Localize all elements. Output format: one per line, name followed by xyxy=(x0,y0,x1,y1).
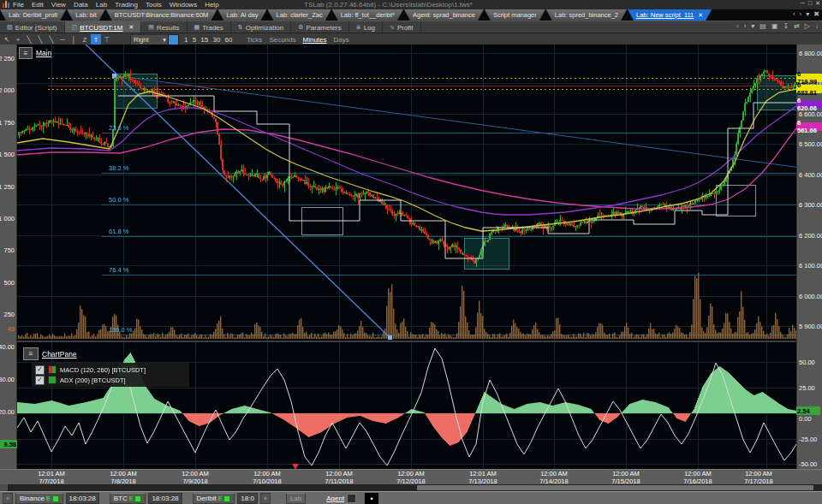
axis-label: 40.00 xyxy=(0,343,15,351)
scroll-right-icon[interactable]: › xyxy=(800,10,802,18)
tab-editor-script-[interactable]: ▧Editor (Script) xyxy=(0,21,65,33)
axis-label: 5 900.00 xyxy=(799,323,822,330)
close-button[interactable]: ✕ xyxy=(815,0,820,7)
status-next-icon[interactable]: › xyxy=(260,493,271,504)
connection-btc[interactable]: BTCE xyxy=(110,493,146,504)
zigzag-tool-icon[interactable]: Z xyxy=(80,34,90,44)
script-action-icons: ‹›▾▤▣↧⇄▷↓ xyxy=(736,22,819,30)
save-icon[interactable]: ▣ xyxy=(771,22,778,30)
scroll-left-icon[interactable]: ‹ xyxy=(793,10,795,18)
tab-icon: ◫ xyxy=(72,24,78,31)
menu-item-trading[interactable]: Trading xyxy=(115,1,138,9)
document-tab[interactable]: Lab: bit xyxy=(67,9,105,21)
indicator-chart[interactable] xyxy=(16,342,796,469)
chevron-down-icon[interactable]: ▾ xyxy=(806,10,809,18)
menu-item-tools[interactable]: Tools xyxy=(146,1,162,9)
document-tab-label: Lab: clarter_Zac xyxy=(277,11,323,19)
tab-btcusdt-1m[interactable]: ◫BTCUSDT:1M✕ xyxy=(65,21,142,33)
menu-item-edit[interactable]: Edit xyxy=(32,1,44,9)
menu-item-file[interactable]: File xyxy=(13,1,24,9)
menu-item-view[interactable]: View xyxy=(51,1,66,9)
polyline-tool-icon[interactable]: ╲ xyxy=(46,34,57,44)
indicator-pane-header[interactable]: ≡ ChartPane xyxy=(23,347,77,360)
document-tab[interactable]: Lab: New script_111✕ xyxy=(628,9,712,21)
run-icon[interactable]: ▷ xyxy=(805,22,810,30)
tab-profit[interactable]: ∿Profit xyxy=(383,21,421,33)
tab-trades[interactable]: ▦Trades xyxy=(188,21,231,33)
pane-menu-icon[interactable]: ≡ xyxy=(19,47,33,59)
fib-level-label: 100.0 % xyxy=(109,326,133,334)
axis-label: 50.00 xyxy=(799,359,815,366)
left-price-axis[interactable]: 2 2502 0001 7501 5001 2501 0007505002504… xyxy=(0,44,17,469)
minimize-button[interactable]: ─ xyxy=(801,0,805,7)
lab-indicator[interactable]: Lab xyxy=(286,493,306,504)
pan-tool-icon[interactable]: + xyxy=(13,34,23,44)
tab-results[interactable]: ▤Results xyxy=(141,21,187,33)
trendline-tool-icon[interactable]: ╲ xyxy=(24,34,34,44)
checkbox-checked[interactable]: ✓ xyxy=(35,376,45,385)
main-price-chart[interactable] xyxy=(16,44,796,341)
ray-tool-icon[interactable]: ╲ xyxy=(35,34,45,44)
scrollbar-thumb[interactable] xyxy=(417,485,813,490)
connection-binance[interactable]: BinanceE xyxy=(15,493,63,504)
menu-item-lab[interactable]: Lab xyxy=(96,1,107,9)
time-axis[interactable]: 12:01 AM7/7/201812:00 AM7/8/201812:00 AM… xyxy=(0,469,822,485)
cursor-tool-icon[interactable]: ↖ xyxy=(2,34,12,44)
document-tab[interactable]: Lab: clarter_Zac xyxy=(268,9,331,21)
pointer-text-tool-icon[interactable]: ⊤ xyxy=(102,34,112,44)
panel-separator[interactable] xyxy=(0,341,822,342)
open-icon[interactable]: ▤ xyxy=(759,22,766,30)
period-minutes[interactable]: Minutes xyxy=(303,36,327,44)
scroll-left-icon[interactable]: ‹ xyxy=(736,22,739,30)
legend-row[interactable]: ✓ADX (200) [BTCUSDT] xyxy=(35,375,189,385)
pin-icon[interactable]: ✖ xyxy=(813,10,819,18)
period-seconds[interactable]: Seconds xyxy=(269,36,295,44)
legend-row[interactable]: ✓MACD (120, 260) [BTCUSDT] xyxy=(35,365,189,375)
document-tab[interactable]: Lab: Deribit_profi xyxy=(0,9,66,21)
close-tab-icon[interactable]: ✕ xyxy=(128,24,134,31)
download-icon[interactable]: ↓ xyxy=(815,22,819,30)
status-prev-icon[interactable]: ‹ xyxy=(3,493,13,504)
document-tab[interactable]: Agent: sprad_binance xyxy=(404,9,484,21)
scroll-left-button[interactable] xyxy=(0,484,8,491)
scroll-right-icon[interactable]: › xyxy=(744,22,747,30)
document-tab[interactable]: BTCUSDT:Binance:Binance:60M xyxy=(106,9,217,21)
sync-icon[interactable]: ⇄ xyxy=(794,22,800,30)
tab-log[interactable]: ≣Log xyxy=(349,21,383,33)
document-tab[interactable]: Lab: spred_binance_2 xyxy=(546,9,627,21)
document-tab[interactable]: Lab: Ai day xyxy=(217,9,266,21)
chevron-down-icon[interactable]: ▾ xyxy=(751,22,754,30)
notification-box[interactable]: • xyxy=(365,493,378,504)
text-tool-icon[interactable]: T xyxy=(91,34,101,44)
horizontal-scrollbar[interactable] xyxy=(0,484,822,491)
menu-item-help[interactable]: Help xyxy=(205,1,218,9)
tab-optimization[interactable]: ⇅Optimization xyxy=(231,21,291,33)
document-tab[interactable]: Script manager xyxy=(485,9,545,21)
timeframe-presets[interactable]: 1 5 15 30 60 xyxy=(184,36,232,44)
maximize-button[interactable]: □ xyxy=(808,0,812,7)
period-days[interactable]: Days xyxy=(334,36,349,44)
pane-menu-icon[interactable]: ≡ xyxy=(23,347,39,360)
main-pane-header[interactable]: ≡ Main xyxy=(19,47,51,59)
menu-item-windows[interactable]: Windows xyxy=(170,1,197,9)
export-icon[interactable]: ↧ xyxy=(783,22,789,30)
close-tab-icon[interactable]: ✕ xyxy=(698,12,703,19)
agent-indicator[interactable]: Agent xyxy=(326,495,344,502)
horizontal-line-tool-icon[interactable]: ─ xyxy=(57,34,68,44)
pane-title[interactable]: ChartPane xyxy=(42,350,77,359)
document-tab[interactable]: Lab: ff_tot__deribt* xyxy=(332,9,403,21)
period-ticks[interactable]: Ticks xyxy=(247,36,262,44)
pane-title[interactable]: Main xyxy=(36,49,51,57)
checkbox-checked[interactable]: ✓ xyxy=(35,365,45,375)
tab-parameters[interactable]: ⚙Parameters xyxy=(291,21,349,33)
menu-item-data[interactable]: Data xyxy=(74,1,88,9)
vertical-line-tool-icon[interactable]: │ xyxy=(68,34,79,44)
connection-deribit[interactable]: DeribitE xyxy=(193,493,235,504)
tab-label: Log xyxy=(364,24,375,32)
connection-label: Binance xyxy=(20,495,45,502)
volume-value-label: 45 xyxy=(8,325,15,333)
connection-status-icon xyxy=(223,495,230,502)
axis-side-dropdown-label: Right xyxy=(134,36,149,44)
app-logo-icon xyxy=(3,1,9,8)
axis-label: 1 750 xyxy=(0,119,15,127)
